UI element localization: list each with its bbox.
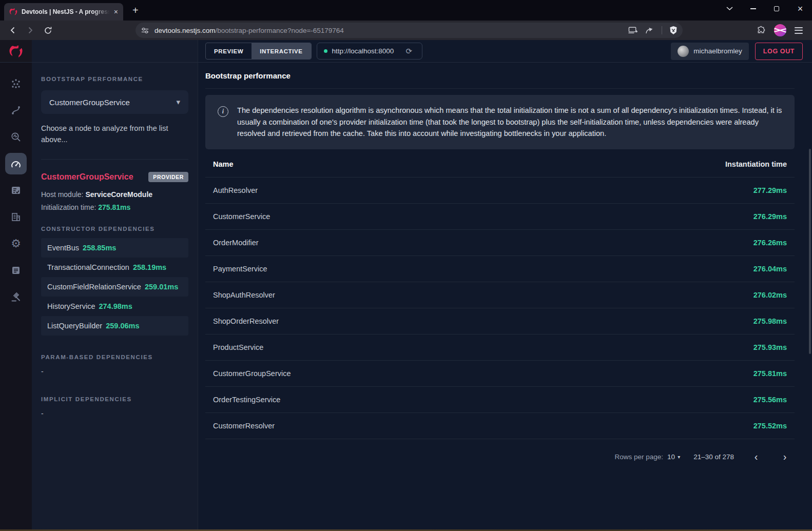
host-module-value: ServiceCoreModule [85,190,152,199]
browser-toolbar: devtools.nestjs.com/bootstrap-performanc… [0,21,812,40]
gauge-icon[interactable] [5,153,27,174]
column-header-name: Name [205,151,528,178]
implicit-deps-value: - [41,409,188,418]
divider [41,159,188,160]
tab-search-icon[interactable] [718,0,741,17]
dep-row[interactable]: EventBus258.85ms [41,238,188,258]
dep-row[interactable]: CustomFieldRelationService259.01ms [41,277,188,297]
target-url-box[interactable]: http://localhost:8000 ⟳ [317,43,422,60]
refresh-icon[interactable]: ⟳ [405,47,412,56]
performance-table: Name Instantiation time AuthResolver277.… [205,151,795,439]
table-row[interactable]: ShopAuthResolver276.02ms [205,282,795,308]
rail-icons: ⚙ [5,73,27,308]
window-controls: × [718,0,812,17]
selected-node-name: CustomerGroupService [41,172,133,182]
table-row[interactable]: OrderTestingService275.56ms [205,386,795,412]
chevron-down-icon: ▾ [176,97,180,107]
connection-status-dot [324,49,327,53]
param-deps-title: PARAM-BASED DEPENDENCIES [41,354,188,360]
checklist-icon[interactable] [5,180,27,201]
address-bar[interactable]: devtools.nestjs.com/bootstrap-performanc… [136,23,683,38]
info-icon: i [218,106,228,117]
minimize-button[interactable] [741,0,765,17]
init-time-value: 275.81ms [98,203,130,211]
table-row[interactable]: CustomerService276.29ms [205,203,795,229]
tab-title: Devtools | NestJS - A progressive [22,8,110,15]
table-row[interactable]: CustomerResolver275.52ms [205,412,795,439]
provider-badge: PROVIDER [148,172,188,182]
url-text[interactable]: devtools.nestjs.com/bootstrap-performanc… [154,27,623,34]
constructor-deps-title: CONSTRUCTOR DEPENDENCIES [41,226,188,232]
scrollbar[interactable] [809,149,811,354]
init-time-row: Initialization time: 275.81ms [41,203,188,211]
reload-button[interactable] [40,23,55,38]
rows-per-page-select[interactable]: 10 ▾ [667,453,680,461]
menu-icon[interactable] [795,27,803,34]
dep-row[interactable]: ListQueryBuilder259.06ms [41,316,188,336]
dep-row[interactable]: TransactionalConnection258.19ms [41,258,188,277]
window-close-button[interactable]: × [788,0,812,17]
host-module-row: Host module: ServiceCoreModule [41,190,188,199]
node-select-value: CustomerGroupService [49,98,130,107]
icon-rail: ⚙ [0,40,32,529]
gavel-icon[interactable] [5,286,27,308]
left-panel: BOOTSTRAP PERFORMANCE CustomerGroupServi… [32,40,198,529]
new-tab-button[interactable]: + [132,5,139,16]
share-icon[interactable] [645,26,654,34]
browser-tab[interactable]: Devtools | NestJS - A progressive × [4,3,123,21]
node-select-hint: Choose a node to analyze from the list a… [41,123,169,146]
user-chip[interactable]: michaelbromley [671,43,749,60]
info-text: The dependencies resolution algorithm is… [237,105,782,140]
divider [662,26,662,34]
omnibox-actions [628,26,678,35]
maximize-button[interactable] [765,0,788,17]
table-row[interactable]: ProductService275.93ms [205,334,795,360]
routes-icon[interactable] [5,100,27,121]
chevron-down-icon: ▾ [678,454,680,460]
app-header: PREVIEW INTERACTIVE http://localhost:800… [198,40,812,63]
table-row[interactable]: AuthResolver277.29ms [205,177,795,203]
devtools-app: ⚙ [0,40,812,529]
site-settings-icon[interactable] [141,26,149,35]
tab-close-icon[interactable]: × [114,8,118,15]
next-page-button[interactable]: › [776,448,794,466]
previous-page-button[interactable]: ‹ [747,448,765,466]
username: michaelbromley [693,47,742,55]
gear-icon[interactable]: ⚙ [5,233,27,254]
info-callout: i The dependencies resolution algorithm … [205,95,795,149]
main-area: PREVIEW INTERACTIVE http://localhost:800… [198,40,812,529]
table-row[interactable]: ShopOrderResolver275.98ms [205,308,795,334]
table-row[interactable]: CustomerGroupService275.81ms [205,360,795,386]
target-url: http://localhost:8000 [332,47,394,55]
graph-icon[interactable] [5,73,27,94]
user-avatar [678,46,689,57]
dep-row[interactable]: HistoryService274.98ms [41,297,188,316]
column-header-time: Instantiation time [528,151,795,178]
document-icon[interactable] [5,260,27,281]
table-row[interactable]: PaymentService276.04ms [205,255,795,282]
table-row[interactable]: OrderModifier276.26ms [205,229,795,255]
send-to-device-icon[interactable] [628,26,638,34]
pagination: Rows per page: 10 ▾ 21–30 of 278 ‹ › [205,439,795,466]
browser-window: Devtools | NestJS - A progressive × + × [0,0,812,531]
preview-tab[interactable]: PREVIEW [206,43,252,59]
mode-toggle: PREVIEW INTERACTIVE [205,43,312,60]
param-deps-value: - [41,367,188,376]
page-range: 21–30 of 278 [693,453,734,461]
toolbar-right [756,24,807,36]
profile-avatar[interactable] [774,24,786,36]
interactive-tab[interactable]: INTERACTIVE [252,43,311,59]
back-button[interactable] [5,23,21,38]
extensions-icon[interactable] [756,26,766,35]
scan-icon[interactable] [5,126,27,148]
forward-button[interactable] [23,23,38,38]
building-icon[interactable] [5,206,27,228]
page-title: Bootstrap performance [205,63,795,89]
nestjs-logo[interactable] [0,40,32,63]
node-select[interactable]: CustomerGroupService ▾ [41,90,188,114]
logout-button[interactable]: LOG OUT [755,43,803,60]
brave-shield-icon[interactable] [669,26,678,35]
nestjs-favicon [9,8,17,16]
tab-strip: Devtools | NestJS - A progressive × + × [0,0,812,21]
panel-header-spacer [32,40,198,63]
